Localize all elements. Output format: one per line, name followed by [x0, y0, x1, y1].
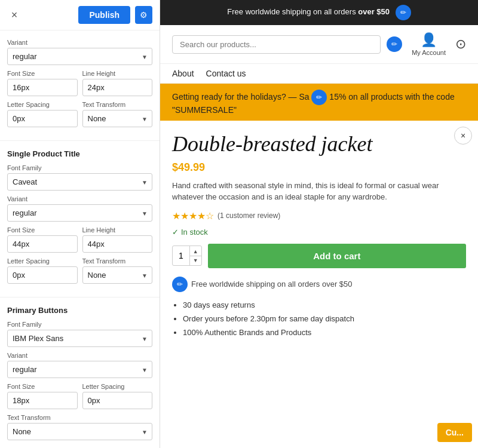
settings-button[interactable]: ⚙ [135, 6, 152, 24]
shipping-edit-icon[interactable]: ✏ [172, 277, 188, 292]
pb-font-family-label: Font Family [7, 321, 152, 328]
review-count: (1 customer review) [217, 211, 280, 220]
pb-font-size-label: Font Size [7, 383, 78, 390]
text-transform-select[interactable]: None [82, 110, 153, 127]
font-size-label: Font Size [7, 70, 78, 77]
close-button[interactable]: × [7, 8, 22, 22]
nav-bar: About Contact us [160, 64, 478, 84]
quantity-up-button[interactable]: ▲ [190, 247, 201, 256]
customize-overlay: Cu... [437, 423, 472, 442]
single-product-title-heading: Single Product Title [7, 149, 152, 158]
right-panel: Free worldwide shipping on all orders ov… [160, 0, 478, 448]
in-stock-text: In stock [181, 228, 208, 237]
variant-label: Variant [7, 39, 152, 46]
product-description: Hand crafted with seasonal style in mind… [172, 180, 466, 203]
spt-variant-select[interactable]: regular [7, 204, 152, 222]
variant-select[interactable]: regular [7, 48, 152, 65]
quantity-value: 1 [173, 246, 190, 265]
letter-spacing-input[interactable] [7, 110, 78, 127]
pb-variant-select[interactable]: regular [7, 361, 152, 378]
customize-button[interactable]: Cu... [437, 423, 472, 442]
line-height-input[interactable] [82, 79, 153, 96]
sale-edit-icon[interactable]: ✏ [311, 90, 327, 105]
add-to-cart-button[interactable]: Add to cart [208, 244, 466, 268]
pb-letter-spacing-input[interactable] [82, 392, 153, 409]
product-stars-row: ★★★★☆ (1 customer review) [172, 210, 466, 222]
pb-letter-spacing-label: Letter Spacing [82, 383, 153, 390]
custom-icon-group: ⊙ [455, 36, 466, 52]
search-input[interactable] [172, 35, 381, 54]
my-account-label: My Account [412, 49, 446, 56]
shipping-text: Free worldwide shipping on all orders ov… [191, 280, 353, 289]
product-title: Double-breasted jacket [172, 133, 466, 157]
announcement-text: Free worldwide shipping on all orders ov… [227, 7, 390, 16]
my-account-group: ✏ [387, 36, 402, 52]
text-transform-label: Text Transform [82, 101, 153, 108]
checkmark-icon: ✓ [172, 228, 179, 237]
spt-font-family-select[interactable]: Caveat [7, 173, 152, 191]
quantity-buttons: ▲ ▼ [190, 247, 201, 265]
account-icon-group: 👤 My Account [412, 32, 446, 56]
bullet-item: 30 days easy returns [183, 298, 466, 312]
spt-font-size-input[interactable] [7, 235, 78, 253]
spt-letter-spacing-label: Letter Spacing [7, 257, 78, 265]
add-to-cart-row: 1 ▲ ▼ Add to cart [172, 244, 466, 268]
spt-line-height-label: Line Height [82, 226, 153, 234]
top-bar: × Publish ⚙ [0, 0, 160, 30]
custom-icon: ⊙ [455, 36, 466, 52]
account-person-icon: 👤 [421, 32, 437, 48]
spt-variant-label: Variant [7, 195, 152, 202]
spt-font-size-label: Font Size [7, 226, 78, 234]
star-rating: ★★★★☆ [172, 210, 214, 222]
product-area: × Double-breasted jacket $49.99 Hand cra… [160, 121, 478, 352]
account-edit-icon[interactable]: ✏ [387, 36, 402, 52]
spt-text-transform-label: Text Transform [82, 257, 153, 265]
close-product-button[interactable]: × [454, 127, 472, 145]
bullet-item: 100% Authentic Brands and Products [183, 326, 466, 339]
product-price: $49.99 [172, 161, 466, 174]
spt-letter-spacing-input[interactable] [7, 266, 78, 284]
nav-contact[interactable]: Contact us [206, 69, 246, 78]
pb-text-transform-label: Text Transform [7, 414, 152, 421]
single-product-title-section: Single Product Title Font Family Caveat … [0, 141, 160, 297]
store-header: ✏ 👤 My Account ⊙ [160, 25, 478, 64]
announcement-bold: over $50 [358, 7, 390, 16]
publish-button[interactable]: Publish [78, 6, 130, 24]
in-stock-indicator: ✓ In stock [172, 228, 466, 237]
primary-buttons-heading: Primary Buttons [7, 306, 152, 315]
spt-line-height-input[interactable] [82, 235, 153, 253]
pb-text-transform-select[interactable]: None [7, 423, 152, 440]
font-size-input[interactable] [7, 79, 78, 96]
announcement-edit-icon[interactable]: ✏ [396, 5, 411, 20]
announcement-bar: Free worldwide shipping on all orders ov… [160, 0, 478, 25]
primary-buttons-section: Primary Buttons Font Family IBM Plex San… [0, 297, 160, 448]
spt-font-family-label: Font Family [7, 164, 152, 171]
pb-variant-label: Variant [7, 352, 152, 359]
pb-font-family-select[interactable]: IBM Plex Sans [7, 330, 152, 347]
quantity-wrapper: 1 ▲ ▼ [172, 246, 202, 266]
left-panel: × Publish ⚙ Variant regular ▼ Font Size [0, 0, 160, 448]
letter-spacing-label: Letter Spacing [7, 101, 78, 108]
quantity-down-button[interactable]: ▼ [190, 256, 201, 265]
sale-banner: Getting ready for the holidays? — Sa ✏ 1… [160, 84, 478, 121]
product-bullets: 30 days easy returns Order yours before … [172, 298, 466, 340]
typography-section: Variant regular ▼ Font Size Line Height [0, 30, 160, 141]
spt-text-transform-select[interactable]: None [82, 266, 153, 284]
bullet-item: Order yours before 2.30pm for same day d… [183, 312, 466, 326]
header-icons: ✏ 👤 My Account ⊙ [387, 32, 466, 56]
shipping-note: ✏ Free worldwide shipping on all orders … [172, 277, 466, 292]
sale-text: Getting ready for the holidays? — Sa [172, 92, 310, 102]
line-height-label: Line Height [82, 70, 153, 77]
pb-font-size-input[interactable] [7, 392, 78, 409]
nav-about[interactable]: About [172, 69, 194, 78]
